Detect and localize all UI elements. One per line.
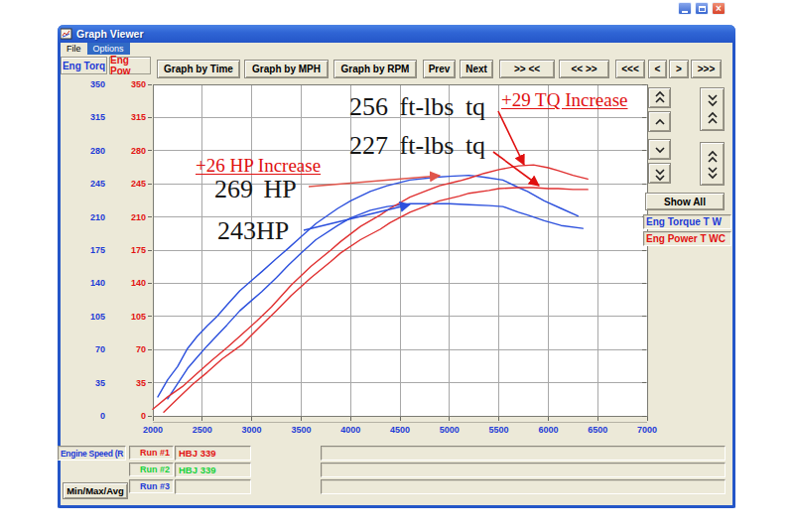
run-1-value-field[interactable]: HBJ 339 (175, 446, 251, 461)
double-chevron-up-button[interactable] (648, 87, 671, 108)
run-1-extra-field[interactable] (321, 446, 726, 461)
legend-torque-field[interactable]: Eng Torque T W (643, 214, 731, 229)
double-chevron-up-icon (654, 90, 666, 106)
double-chevron-down-button[interactable] (648, 163, 671, 184)
chevrons-inward-icon (707, 92, 719, 126)
run-3-extra-field[interactable] (321, 479, 726, 494)
annotation-hp-old: 243HP (217, 216, 289, 246)
chevron-up-button[interactable] (648, 111, 671, 132)
run-2-value-field[interactable]: HBJ 339 (175, 463, 251, 477)
show-all-button[interactable]: Show All (645, 193, 725, 210)
chevron-up-icon (654, 115, 666, 129)
run-2-label: Run #2 (129, 463, 174, 476)
double-chevron-down-icon (654, 166, 666, 182)
run-3-value-field[interactable] (175, 479, 251, 494)
annotation-tq-increase: +29 TQ Increase (501, 89, 627, 111)
annotation-hp-new: 269 HP (214, 175, 297, 204)
annotation-torque-old: 227 ft-lbs tq (349, 131, 485, 161)
annotation-torque-new: 256 ft-lbs tq (349, 92, 485, 122)
run-1-label: Run #1 (129, 446, 174, 460)
screenshot-stage: Graph Viewer × File Options Eng Torq Eng… (0, 0, 794, 532)
min-max-avg-button[interactable]: Min/Max/Avg (63, 482, 128, 499)
run-2-extra-field[interactable] (321, 463, 726, 477)
chevrons-outward-icon (707, 147, 719, 181)
engine-speed-field[interactable]: Engine Speed (R (58, 446, 126, 461)
chevrons-inward-button[interactable] (700, 87, 725, 131)
run-3-label: Run #3 (129, 479, 174, 493)
chevron-down-icon (654, 143, 666, 157)
legend-power-field[interactable]: Eng Power T WC (643, 231, 731, 246)
chevrons-outward-button[interactable] (700, 142, 725, 186)
annotation-hp-increase: +26 HP Increase (196, 155, 321, 177)
chevron-down-button[interactable] (648, 139, 671, 160)
